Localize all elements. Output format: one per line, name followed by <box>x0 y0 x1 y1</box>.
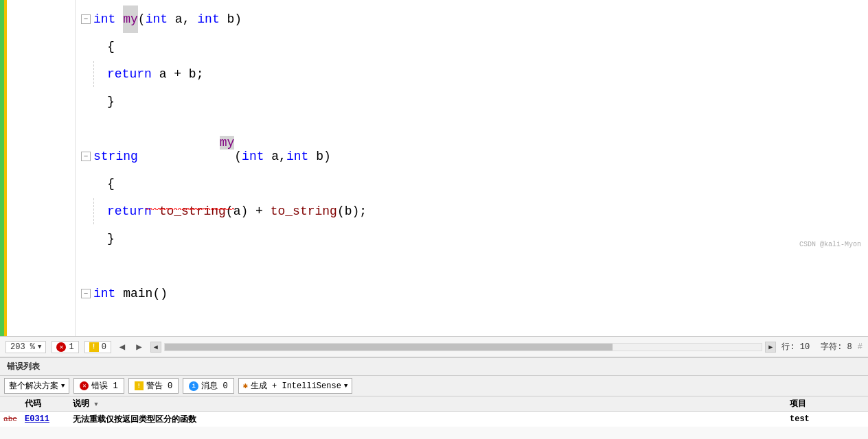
keyword-int-4: int <box>242 143 264 170</box>
message-filter-btn[interactable]: i 消息 0 <box>183 378 233 394</box>
row-info: 行: 10 <box>781 341 810 353</box>
code-line-11: − int main () <box>81 280 868 307</box>
scroll-left-btn[interactable]: ◀ <box>150 342 161 353</box>
nav-prev-button[interactable]: ◀ <box>117 341 128 353</box>
row-code[interactable]: E0311 <box>21 414 69 424</box>
col-header-code[interactable]: 代码 <box>21 398 69 410</box>
paren-ts-2: ) <box>240 198 248 225</box>
row-error-icon: abc <box>0 414 21 424</box>
yellow-bar-top <box>4 0 7 168</box>
paren-ts-4: ) <box>352 198 360 225</box>
col-header-desc[interactable]: 说明 ▼ <box>69 398 786 410</box>
solution-label: 整个解决方案 <box>9 380 58 392</box>
col-info: 字符: 8 <box>821 341 852 353</box>
warning-count-badge[interactable]: ! 0 <box>84 341 111 353</box>
paren-close-1: ) <box>234 5 242 33</box>
message-btn-label: 消息 0 <box>201 380 227 392</box>
error-filter-btn[interactable]: ✕ 错误 1 <box>73 378 124 394</box>
keyword-int-3: int <box>197 5 219 33</box>
error-count-badge[interactable]: ✕ 1 <box>52 341 78 353</box>
error-count: 1 <box>69 342 73 352</box>
position-info: 行: 10 字符: 8 <box>781 341 852 353</box>
error-panel-title-text: 错误列表 <box>7 361 40 372</box>
warning-count: 0 <box>102 342 106 352</box>
code-editor: − int my ( int a, int b ) { <box>0 0 868 336</box>
keyword-int-5: int <box>286 143 308 170</box>
fn-name-2: my <box>220 136 235 150</box>
code-line-6: − string my ( int a, int b ) <box>81 143 868 170</box>
sort-indicator: ▼ <box>94 401 98 408</box>
error-table: 代码 说明 ▼ 项目 abc E0311 无法重载仅按返回类型区分的函数 tes… <box>0 396 868 439</box>
arg-a: a <box>233 198 241 225</box>
paren-open-1: ( <box>138 5 146 33</box>
error-code-link[interactable]: E0311 <box>25 414 49 424</box>
arg-b: b <box>345 198 352 225</box>
semicolon-2: ; <box>359 198 367 225</box>
paren-close-2: ) <box>323 143 331 170</box>
intellisense-btn[interactable]: ✱ 生成 + IntelliSense ▼ <box>238 378 353 394</box>
fn-name-1: my <box>123 5 138 33</box>
intellisense-icon: ✱ <box>243 381 248 391</box>
return-expr-1: a + b; <box>159 60 204 88</box>
error-circle-icon: ✕ <box>56 342 66 352</box>
zoom-value: 203 % <box>10 342 35 352</box>
dropdown-arrow: ▼ <box>61 383 65 390</box>
nav-next-button[interactable]: ▶ <box>133 341 144 353</box>
error-table-header: 代码 说明 ▼ 项目 <box>0 396 868 412</box>
code-line-9: } <box>81 225 868 252</box>
code-line-3: return a + b; <box>81 60 868 88</box>
collapse-icon-1[interactable]: − <box>81 14 91 24</box>
open-brace-2: { <box>107 170 115 198</box>
indent-guide-1 <box>93 61 94 87</box>
intellisense-arrow: ▼ <box>344 383 347 390</box>
horizontal-scrollbar[interactable] <box>164 343 763 351</box>
collapse-icon-2[interactable]: − <box>81 152 91 161</box>
keyword-string: string <box>93 143 138 170</box>
col-header-project: 项目 <box>786 398 868 410</box>
error-toolbar: 整个解决方案 ▼ ✕ 错误 1 ! 警告 0 i 消息 0 ✱ 生成 + Int… <box>0 376 868 396</box>
return-keyword-1: return <box>107 60 152 88</box>
warning-triangle-icon: ! <box>89 342 99 352</box>
info-icon-filter: i <box>189 381 198 391</box>
code-line-blank-2 <box>81 252 868 280</box>
warning-icon-filter: ! <box>135 381 144 390</box>
row-project: test <box>786 414 868 424</box>
solution-dropdown[interactable]: 整个解决方案 ▼ <box>4 378 69 394</box>
yellow-bar-bottom <box>4 168 7 336</box>
to-string-2: to_string <box>271 198 337 225</box>
main-fn-name: main <box>123 280 152 307</box>
scrollbar-thumb <box>165 344 613 351</box>
scroll-right-btn[interactable]: ▶ <box>765 342 776 353</box>
open-brace-1: { <box>107 33 115 60</box>
warning-btn-label: 警告 0 <box>146 380 172 392</box>
param-a-2: a, <box>271 143 286 170</box>
paren-ts-3: ( <box>337 198 345 225</box>
zoom-dropdown-icon[interactable]: ▼ <box>38 344 41 351</box>
error-panel: 错误列表 整个解决方案 ▼ ✕ 错误 1 ! 警告 0 i 消息 0 ✱ 生成 … <box>0 357 868 439</box>
code-line-2: { <box>81 33 868 60</box>
keyword-int-main: int <box>93 280 115 307</box>
error-btn-label: 错误 1 <box>91 380 117 392</box>
keyword-int-2: int <box>146 5 168 33</box>
paren-main: () <box>152 280 168 307</box>
warning-filter-btn[interactable]: ! 警告 0 <box>128 378 179 394</box>
param-b-1: b <box>227 5 235 33</box>
keyword-int-1: int <box>93 5 115 33</box>
intellisense-label: 生成 + IntelliSense <box>251 380 341 392</box>
param-b-2: b <box>316 143 323 170</box>
zoom-control[interactable]: 203 % ▼ <box>5 341 46 353</box>
error-icon-filter: ✕ <box>80 381 89 390</box>
squiggle-fn-name: my <box>146 102 235 211</box>
indent-guide-2 <box>93 198 94 224</box>
close-brace-2: } <box>107 225 115 252</box>
editor-gutter <box>0 0 76 336</box>
code-lines-area: − int my ( int a, int b ) { <box>76 0 868 336</box>
squiggle-mark <box>146 207 235 210</box>
collapse-icon-3[interactable]: − <box>81 289 91 298</box>
table-row: abc E0311 无法重载仅按返回类型区分的函数 test <box>0 412 868 427</box>
extra-indicator: # <box>858 342 863 352</box>
param-a-1: a, <box>175 5 190 33</box>
error-panel-title: 错误列表 <box>0 358 868 376</box>
code-line-1: − int my ( int a, int b ) <box>81 5 868 33</box>
abc-error-icon: abc <box>3 415 17 423</box>
